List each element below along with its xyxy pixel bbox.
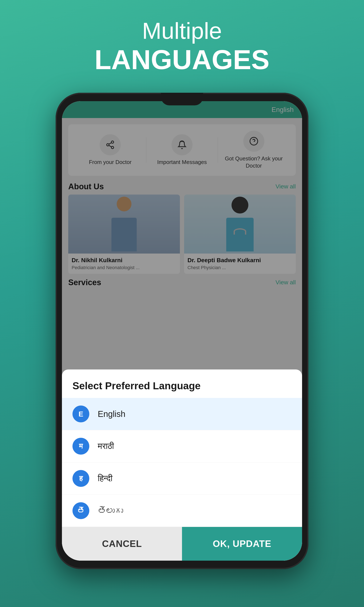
language-item-marathi[interactable]: म मराठी [62,430,302,462]
modal-header: Select Preferred Language [62,369,302,398]
phone-notch [161,93,203,106]
modal-title: Select Preferred Language [72,380,292,392]
lang-name-marathi: मराठी [98,441,114,451]
lang-name-english: English [98,409,125,419]
lang-badge-marathi: म [72,438,89,455]
cancel-button[interactable]: CANCEL [62,527,182,561]
lang-badge-english: E [72,406,89,422]
app-content: English [62,101,302,561]
phone-screen: English [62,101,302,561]
lang-badge-telugu: తె [72,502,89,519]
language-list: E English म मराठी ह हिन्दी తె [62,398,302,527]
phone-frame: English [56,93,308,569]
language-item-hindi[interactable]: ह हिन्दी [62,462,302,495]
header-line1: Multiple [0,17,364,45]
lang-name-hindi: हिन्दी [98,474,113,483]
header: Multiple LANGUAGES [0,0,364,75]
phone-wrapper: English [56,93,308,569]
language-item-english[interactable]: E English [62,398,302,430]
ok-update-button[interactable]: OK, UPDATE [182,527,302,561]
lang-badge-hindi: ह [72,470,89,487]
language-modal: Select Preferred Language E English म मर… [62,369,302,561]
header-line2: LANGUAGES [0,45,364,75]
language-item-telugu[interactable]: తె తెలుగు [62,495,302,527]
modal-buttons: CANCEL OK, UPDATE [62,527,302,561]
lang-name-telugu: తెలుగు [98,506,123,515]
